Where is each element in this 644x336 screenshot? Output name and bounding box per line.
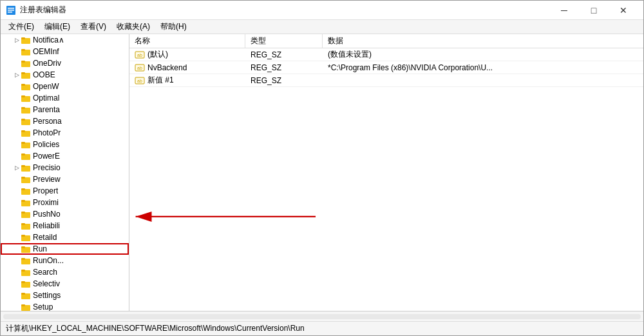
detail-row-default[interactable]: ab (默认) REG_SZ (数值未设置) (129, 48, 643, 61)
detail-cell-type-nvbackend: REG_SZ (245, 63, 323, 72)
tree-label-proximi: Proximi (33, 198, 59, 207)
folder-icon-search (21, 267, 32, 277)
svg-rect-39 (21, 223, 25, 225)
folder-icon-photop (21, 128, 32, 138)
detail-header: 名称 类型 数据 (129, 34, 643, 48)
svg-rect-47 (21, 270, 25, 272)
close-button[interactable]: ✕ (609, 1, 638, 20)
expand-settings (12, 291, 21, 300)
svg-rect-11 (21, 61, 25, 63)
tree-item-settings[interactable]: Settings (1, 290, 129, 301)
folder-icon-settings (21, 290, 32, 301)
expand-notifica[interactable]: ▷ (12, 35, 21, 44)
tree-label-policies: Policies (33, 140, 59, 149)
svg-rect-3 (8, 12, 12, 13)
tree-item-retaild[interactable]: Retaild (1, 232, 129, 243)
folder-icon-runonce (21, 255, 32, 266)
folder-icon-retaild (21, 232, 32, 242)
tree-label-settings: Settings (33, 291, 61, 300)
tree-item-reliabili[interactable]: Reliabili (1, 220, 129, 232)
tree-item-propert[interactable]: Propert (1, 185, 129, 197)
svg-rect-23 (21, 130, 25, 132)
svg-text:ab: ab (137, 79, 142, 83)
expand-setup (12, 302, 21, 311)
tree-label-oobe: OOBE (33, 70, 55, 79)
svg-rect-35 (21, 200, 25, 202)
svg-rect-15 (21, 84, 25, 86)
tree-item-persona[interactable]: Persona (1, 115, 129, 127)
expand-selectiv (12, 279, 21, 288)
registry-detail-pane: 名称 类型 数据 ab (默认) REG_SZ (数值未设置) (129, 34, 643, 311)
svg-rect-41 (21, 235, 25, 237)
col-header-data[interactable]: 数据 (323, 34, 643, 48)
col-header-type[interactable]: 类型 (245, 34, 323, 48)
folder-icon-run (21, 244, 32, 254)
tree-item-oeminf[interactable]: OEMInf (1, 46, 129, 57)
expand-preview (12, 175, 21, 184)
folder-icon-precisio (21, 163, 32, 173)
tree-item-optimal[interactable]: Optimal (1, 92, 129, 104)
tree-label-search: Search (33, 268, 57, 277)
tree-item-proximi[interactable]: Proximi (1, 197, 129, 208)
folder-icon-oeminf (21, 46, 32, 57)
tree-item-search[interactable]: Search (1, 266, 129, 278)
registry-editor-window: 注册表编辑器 ─ □ ✕ 文件(E) 编辑(E) 查看(V) 收藏夹(A) 帮助… (0, 0, 644, 336)
col-header-name[interactable]: 名称 (129, 34, 245, 48)
maximize-button[interactable]: □ (579, 1, 609, 20)
folder-icon-policies (21, 139, 32, 150)
folder-icon-setup (21, 302, 32, 311)
minimize-button[interactable]: ─ (549, 1, 579, 20)
tree-item-preview[interactable]: Preview (1, 173, 129, 185)
folder-icon-oobe (21, 70, 32, 80)
svg-rect-45 (21, 258, 25, 260)
expand-run (12, 244, 21, 253)
folder-icon-selectiv (21, 279, 32, 289)
expand-powere (12, 152, 21, 161)
tree-item-pushno[interactable]: PushNo (1, 208, 129, 220)
tree-item-openw[interactable]: OpenW (1, 81, 129, 92)
tree-label-powere: PowerE (33, 152, 60, 161)
title-bar-controls: ─ □ ✕ (549, 1, 638, 20)
folder-icon-powere (21, 151, 32, 161)
menu-file[interactable]: 文件(E) (3, 20, 39, 34)
expand-optimal (12, 94, 21, 103)
nvbackend-value-icon: ab (135, 63, 145, 73)
detail-cell-data-nvbackend: *C:\Program Files (x86)\NVIDIA Corporati… (323, 63, 643, 72)
menu-edit[interactable]: 编辑(E) (39, 20, 75, 34)
tree-item-setup[interactable]: Setup (1, 301, 129, 311)
tree-item-powere[interactable]: PowerE (1, 150, 129, 162)
expand-oobe[interactable]: ▷ (12, 70, 21, 79)
svg-rect-43 (21, 246, 25, 248)
folder-icon-preview (21, 174, 32, 184)
tree-item-selectiv[interactable]: Selectiv (1, 278, 129, 290)
tree-item-notifica[interactable]: ▷ Notifica∧ (1, 34, 129, 46)
tree-item-precisio[interactable]: ▷ Precisio (1, 162, 129, 173)
menu-bar: 文件(E) 编辑(E) 查看(V) 收藏夹(A) 帮助(H) (1, 20, 643, 34)
tree-item-run[interactable]: Run (1, 243, 129, 255)
detail-row-newvalue[interactable]: ab 新值 #1 REG_SZ (129, 74, 643, 87)
expand-runonce (12, 256, 21, 265)
svg-rect-17 (21, 95, 25, 97)
svg-text:ab: ab (137, 66, 142, 70)
expand-pushno (12, 210, 21, 219)
tree-item-runonce[interactable]: RunOn... (1, 255, 129, 266)
tree-item-parenta[interactable]: Parenta (1, 104, 129, 115)
registry-tree[interactable]: ▷ Notifica∧ OEMInf OneDriv (1, 34, 129, 311)
tree-label-notifica: Notifica∧ (33, 35, 64, 44)
bottom-scrollbar[interactable] (1, 311, 643, 321)
expand-reliabili (12, 221, 21, 230)
folder-icon-optimal (21, 93, 32, 103)
svg-rect-27 (21, 153, 25, 155)
tree-item-oobe[interactable]: ▷ OOBE (1, 69, 129, 81)
expand-precisio[interactable]: ▷ (12, 163, 21, 172)
tree-item-photop[interactable]: PhotoPr (1, 127, 129, 139)
scroll-track (3, 314, 641, 319)
menu-view[interactable]: 查看(V) (75, 20, 111, 34)
newvalue-icon: ab (135, 75, 145, 86)
menu-favorites[interactable]: 收藏夹(A) (111, 20, 155, 34)
menu-help[interactable]: 帮助(H) (155, 20, 192, 34)
expand-proximi (12, 198, 21, 207)
tree-item-onedriv[interactable]: OneDriv (1, 57, 129, 69)
detail-row-nvbackend[interactable]: ab NvBackend REG_SZ *C:\Program Files (x… (129, 61, 643, 74)
tree-item-policies[interactable]: Policies (1, 139, 129, 150)
